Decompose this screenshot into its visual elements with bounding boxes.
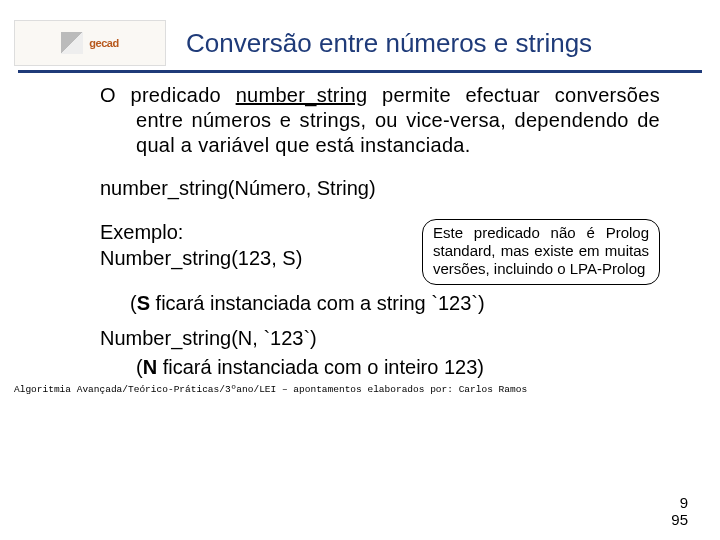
result-line-1: (S ficará instanciada com a string `123`… [100,291,660,316]
footer-credit: Algoritmia Avançada/Teórico-Práticas/3ºa… [0,380,720,399]
predicate-signature: number_string(Número, String) [100,176,660,201]
intro-lead: O predicado [100,84,236,106]
example-row: Exemplo: Number_string(123, S) Este pred… [100,219,660,285]
result-line-2: (N ficará instanciada com o inteiro 123) [100,355,660,380]
intro-paragraph: O predicado number_string permite efectu… [100,83,660,158]
page-numbers: 9 95 [671,495,688,528]
paren-open-2: ( [136,356,143,378]
var-n: N [143,356,157,378]
example-call-2: Number_string(N, `123`) [100,326,660,351]
example-label: Exemplo: [100,219,302,245]
paren-open: ( [130,292,137,314]
institution-logo: gecad [14,20,166,66]
side-note: Este predicado não é Prolog standard, ma… [422,219,660,285]
gecad-wordmark: gecad [89,37,118,49]
slide-header: gecad Conversão entre números e strings [0,0,720,70]
logo-icon [61,32,83,54]
result1-rest: ficará instanciada com a string `123`) [150,292,485,314]
page-big: 95 [671,512,688,529]
slide-title: Conversão entre números e strings [166,28,700,59]
example-block: Exemplo: Number_string(123, S) [100,219,302,271]
page-small: 9 [671,495,688,512]
predicate-name: number_string [236,84,368,106]
example-call: Number_string(123, S) [100,245,302,271]
slide-body: O predicado number_string permite efectu… [0,83,720,380]
result2-rest: ficará instanciada com o inteiro 123) [157,356,484,378]
title-underline [18,70,702,73]
var-s: S [137,292,150,314]
